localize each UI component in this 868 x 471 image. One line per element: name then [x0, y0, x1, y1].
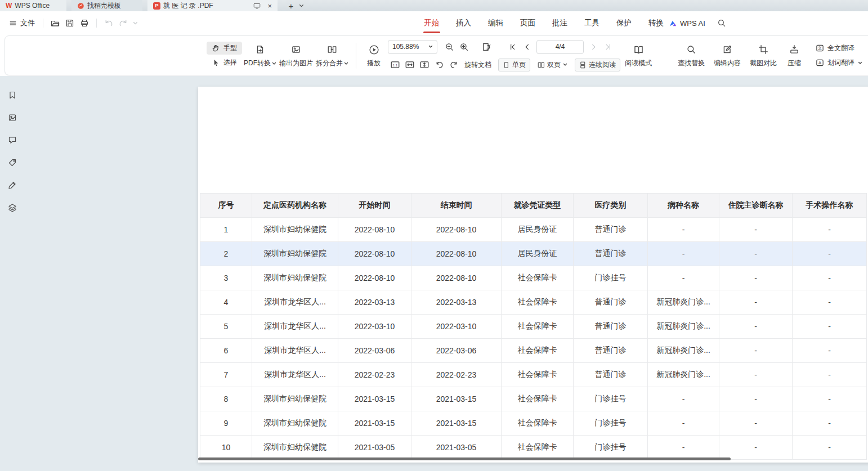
- page-indicator[interactable]: 4/4: [536, 40, 584, 54]
- table-cell: 普通门诊: [574, 363, 648, 387]
- word-translate-button[interactable]: A 划词翻译: [811, 56, 867, 69]
- tab-wps-office[interactable]: W WPS Office: [0, 0, 66, 11]
- play-label: 播放: [367, 59, 381, 68]
- continuous-read-button[interactable]: 连续阅读: [575, 59, 620, 71]
- table-cell: 2022-03-10: [338, 315, 411, 339]
- ribbon-tab-strip: 开始 插入 编辑 页面 批注 工具 保护 转换: [415, 11, 672, 35]
- compress-button[interactable]: 压缩: [781, 43, 807, 68]
- column-header: 医疗类别: [574, 194, 648, 218]
- horizontal-scrollbar-thumb[interactable]: [198, 457, 731, 460]
- table-cell: 2022-08-10: [411, 242, 502, 266]
- svg-text:文: 文: [818, 46, 822, 51]
- save-icon[interactable]: [62, 16, 77, 30]
- table-cell: 社会保障卡: [502, 290, 574, 315]
- table-cell: -: [648, 218, 719, 242]
- double-page-icon: [538, 61, 545, 69]
- thumbnail-icon[interactable]: [6, 113, 19, 122]
- menu-tab-insert[interactable]: 插入: [448, 11, 480, 35]
- table-header-row: 序号定点医药机构名称开始时间结束时间就诊凭证类型医疗类别病种名称住院主诊断名称手…: [200, 194, 867, 218]
- comment-icon[interactable]: [6, 136, 19, 145]
- table-cell: 2022-02-23: [411, 363, 502, 387]
- menu-tab-protect[interactable]: 保护: [608, 11, 640, 35]
- hand-tool-button[interactable]: 手型: [207, 42, 242, 55]
- table-cell: 9: [200, 411, 252, 436]
- full-translate-button[interactable]: 文 全文翻译: [811, 42, 867, 55]
- export-image-button[interactable]: 输出为图片: [278, 43, 314, 68]
- rotate-right-icon[interactable]: [446, 59, 461, 71]
- menu-tab-convert[interactable]: 转换: [640, 11, 672, 35]
- rotate-document-button[interactable]: 旋转文档: [464, 60, 491, 70]
- menu-tab-edit[interactable]: 编辑: [480, 11, 512, 35]
- menu-tab-home[interactable]: 开始: [415, 11, 448, 35]
- pdf-convert-button[interactable]: PDF转换: [242, 43, 278, 68]
- undo-history-chevron-icon[interactable]: [131, 16, 140, 30]
- split-merge-button[interactable]: 拆分合并: [314, 43, 350, 68]
- table-cell: 2022-08-10: [338, 242, 411, 266]
- screenshot-compare-button[interactable]: 截图对比: [745, 43, 781, 68]
- menu-tab-tools[interactable]: 工具: [576, 11, 608, 35]
- table-row: 10深圳市妇幼保健院2021-03-052021-03-05社会保障卡门诊挂号-…: [200, 436, 867, 460]
- previous-page-icon[interactable]: [520, 41, 534, 53]
- tag-icon[interactable]: [6, 158, 19, 167]
- signature-pen-icon[interactable]: [6, 181, 19, 190]
- menu-tab-page[interactable]: 页面: [512, 11, 544, 35]
- export-image-icon: [291, 44, 301, 55]
- table-cell: 普通门诊: [574, 218, 648, 242]
- zoom-in-icon[interactable]: [457, 41, 471, 53]
- next-page-icon[interactable]: [586, 41, 601, 53]
- table-cell: 8: [200, 387, 252, 411]
- file-menu-button[interactable]: 文件: [6, 16, 38, 30]
- undo-icon[interactable]: [101, 16, 116, 30]
- table-cell: 新冠肺炎门诊...: [648, 363, 719, 387]
- wps-ai-label: WPS AI: [680, 19, 705, 28]
- redo-icon[interactable]: [116, 16, 131, 30]
- monitor-icon[interactable]: [253, 2, 261, 10]
- zoom-value: 105.88%: [392, 43, 419, 51]
- actual-size-icon[interactable]: 1:1: [388, 59, 402, 71]
- fit-page-icon[interactable]: [417, 59, 432, 71]
- last-page-icon[interactable]: [601, 41, 615, 53]
- single-page-button[interactable]: 单页: [498, 59, 530, 71]
- table-cell: 居民身份证: [502, 218, 574, 242]
- find-replace-button[interactable]: 查找替换: [673, 43, 709, 68]
- pdf-file-icon: P: [153, 2, 160, 10]
- zoom-out-icon[interactable]: [442, 41, 457, 53]
- play-button[interactable]: 播放: [362, 43, 386, 68]
- table-cell: 深圳市妇幼保健院: [252, 242, 338, 266]
- wps-ai-button[interactable]: WPS AI: [669, 19, 705, 28]
- table-cell: 新冠肺炎门诊...: [648, 339, 719, 363]
- rotate-left-icon[interactable]: [432, 59, 446, 71]
- zoom-select[interactable]: 105.88%: [388, 40, 437, 54]
- pdf-convert-icon: [255, 44, 265, 55]
- tab-list-chevron-icon[interactable]: [299, 0, 304, 11]
- table-cell: 深圳市龙华区人...: [252, 363, 338, 387]
- menu-tab-comment[interactable]: 批注: [544, 11, 576, 35]
- table-cell: 7: [200, 363, 252, 387]
- medical-records-table: 序号定点医药机构名称开始时间结束时间就诊凭证类型医疗类别病种名称住院主诊断名称手…: [200, 193, 867, 460]
- table-cell: 深圳市妇幼保健院: [252, 387, 338, 411]
- column-header: 手术操作名称: [793, 194, 867, 218]
- select-tool-button[interactable]: 选择: [207, 56, 242, 69]
- reading-mode-button[interactable]: 阅读模式: [620, 43, 656, 68]
- document-viewport[interactable]: 序号定点医药机构名称开始时间结束时间就诊凭证类型医疗类别病种名称住院主诊断名称手…: [25, 76, 868, 471]
- edit-content-button[interactable]: 编辑内容: [709, 43, 745, 68]
- table-cell: -: [793, 339, 867, 363]
- close-tab-icon[interactable]: ×: [267, 2, 272, 10]
- first-page-icon[interactable]: [505, 41, 520, 53]
- fit-width-icon[interactable]: [402, 59, 417, 71]
- table-cell: 2021-03-15: [338, 387, 411, 411]
- tab-docer-templates[interactable]: 找稻壳模板: [71, 0, 142, 11]
- tab-document-active[interactable]: P 就 医 记 录 .PDF ×: [147, 0, 278, 11]
- hand-tool-label: 手型: [223, 43, 237, 53]
- double-page-button[interactable]: 双页: [534, 59, 571, 71]
- bookmark-icon[interactable]: [6, 91, 19, 100]
- table-cell: -: [793, 363, 867, 387]
- cursor-icon: [212, 59, 220, 67]
- new-tab-button[interactable]: +: [285, 0, 297, 11]
- layers-icon[interactable]: [6, 203, 19, 212]
- open-file-icon[interactable]: [48, 16, 62, 30]
- toolbar-ribbon: 手型 选择 PDF转换 输出为图片 拆分合并: [5, 35, 868, 75]
- search-icon[interactable]: [714, 16, 729, 30]
- print-icon[interactable]: [77, 16, 92, 30]
- page-refresh-icon[interactable]: [479, 41, 494, 53]
